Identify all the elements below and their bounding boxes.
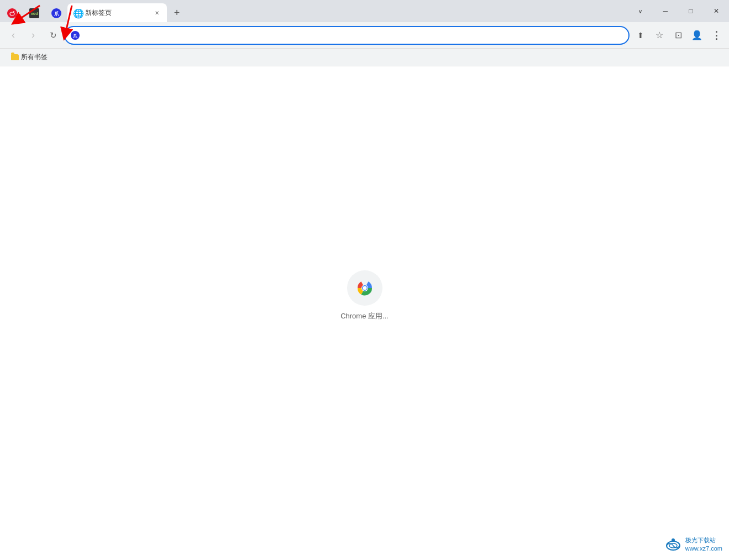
share-button[interactable]: ⬆ [632, 27, 649, 44]
maximize-button[interactable]: □ [678, 0, 704, 22]
baidu-favicon: 爪 [51, 8, 61, 18]
split-view-button[interactable]: ⊡ [669, 27, 687, 44]
pinned-tab-nod[interactable]: nod [24, 4, 44, 22]
title-bar: nod 爪 🌐 新标签页 ✕ + ∨ ─ □ [0, 0, 729, 22]
window-controls: ∨ ─ □ ✕ [627, 0, 729, 22]
bookmarks-folder-label: 所有书签 [21, 53, 48, 62]
tab-strip: nod 爪 🌐 新标签页 ✕ + [0, 0, 627, 22]
forward-button[interactable]: › [24, 27, 42, 44]
svg-text:爪: 爪 [72, 33, 78, 39]
menu-button[interactable]: ⋮ [707, 27, 725, 44]
folder-icon [11, 54, 19, 60]
toolbar-right: ⬆ ☆ ⊡ 👤 ⋮ [632, 27, 725, 44]
address-favicon: 爪 [71, 31, 80, 40]
profile-button[interactable]: 👤 [688, 27, 706, 44]
profile-icon: 👤 [691, 30, 702, 40]
bookmarks-folder-all[interactable]: 所有书签 [7, 50, 52, 64]
watermark-url: www.xz7.com [685, 545, 722, 553]
tab-title: 新标签页 [85, 8, 150, 18]
svg-point-0 [10, 12, 14, 15]
bookmarks-bar: 所有书签 [0, 49, 729, 66]
svg-point-9 [363, 286, 366, 290]
minimize-icon: ─ [663, 7, 668, 15]
address-input[interactable] [83, 31, 623, 40]
minimize-button[interactable]: ─ [653, 0, 678, 22]
chrome-logo-icon [356, 279, 374, 297]
share-icon: ⬆ [637, 31, 644, 40]
reload-button[interactable]: ↻ [44, 27, 62, 44]
watermark-text: 极光下载站 www.xz7.com [685, 536, 722, 553]
main-content: Chrome 应用... [0, 66, 729, 547]
back-button[interactable]: ‹ [4, 27, 22, 44]
svg-point-1 [13, 11, 14, 12]
star-icon: ☆ [655, 30, 663, 40]
svg-text:爪: 爪 [54, 11, 60, 17]
tab-favicon: 🌐 [73, 8, 82, 17]
nod-favicon: nod [29, 8, 39, 18]
new-tab-button[interactable]: + [169, 5, 185, 20]
chrome-icon-circle[interactable] [347, 270, 382, 306]
toolbar: ‹ › ↻ 爪 ⬆ ☆ ⊡ 👤 ⋮ [0, 22, 729, 49]
pinned-tab-baidu[interactable]: 爪 [46, 4, 66, 22]
bookmark-button[interactable]: ☆ [651, 27, 668, 44]
close-icon: ✕ [714, 7, 719, 15]
split-view-icon: ⊡ [675, 30, 682, 40]
watermark: 极光下载站 www.xz7.com [664, 536, 722, 553]
watermark-site: 极光下载站 [685, 536, 722, 545]
chrome-app-container: Chrome 应用... [340, 270, 389, 321]
weibo-favicon [7, 8, 17, 18]
tab-overflow-button[interactable]: ∨ [627, 0, 653, 22]
back-icon: ‹ [12, 29, 15, 41]
address-bar[interactable]: 爪 [64, 26, 630, 45]
chrome-app-label: Chrome 应用... [340, 311, 389, 321]
reload-icon: ↻ [50, 30, 57, 40]
more-menu-icon: ⋮ [711, 29, 721, 41]
active-tab[interactable]: 🌐 新标签页 ✕ [67, 3, 167, 22]
tab-close-button[interactable]: ✕ [153, 8, 161, 17]
close-button[interactable]: ✕ [704, 0, 729, 22]
pinned-tab-weibo[interactable] [2, 4, 22, 22]
svg-point-15 [672, 538, 675, 542]
watermark-logo [664, 536, 682, 553]
maximize-icon: □ [689, 7, 693, 15]
forward-icon: › [32, 29, 35, 41]
